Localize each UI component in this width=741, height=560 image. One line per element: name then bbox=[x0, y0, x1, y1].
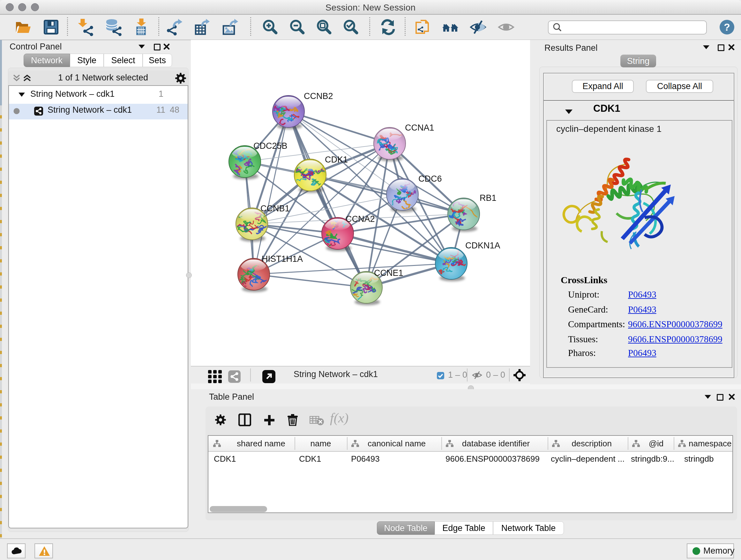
svg-text:HIST1H1A: HIST1H1A bbox=[262, 254, 303, 264]
svg-text:CDK1: CDK1 bbox=[325, 155, 348, 165]
svg-text:CCNA2: CCNA2 bbox=[346, 214, 375, 224]
svg-text:CDC6: CDC6 bbox=[418, 174, 442, 184]
svg-text:CCNB1: CCNB1 bbox=[260, 204, 290, 213]
svg-text:CCNB2: CCNB2 bbox=[304, 91, 333, 101]
svg-text:?: ? bbox=[724, 21, 730, 33]
svg-text:CCNE1: CCNE1 bbox=[374, 268, 403, 278]
svg-text:CDC25B: CDC25B bbox=[253, 141, 287, 151]
svg-text:CCNA1: CCNA1 bbox=[405, 123, 434, 132]
svg-text:CDKN1A: CDKN1A bbox=[465, 241, 500, 250]
svg-text:RB1: RB1 bbox=[480, 193, 496, 203]
